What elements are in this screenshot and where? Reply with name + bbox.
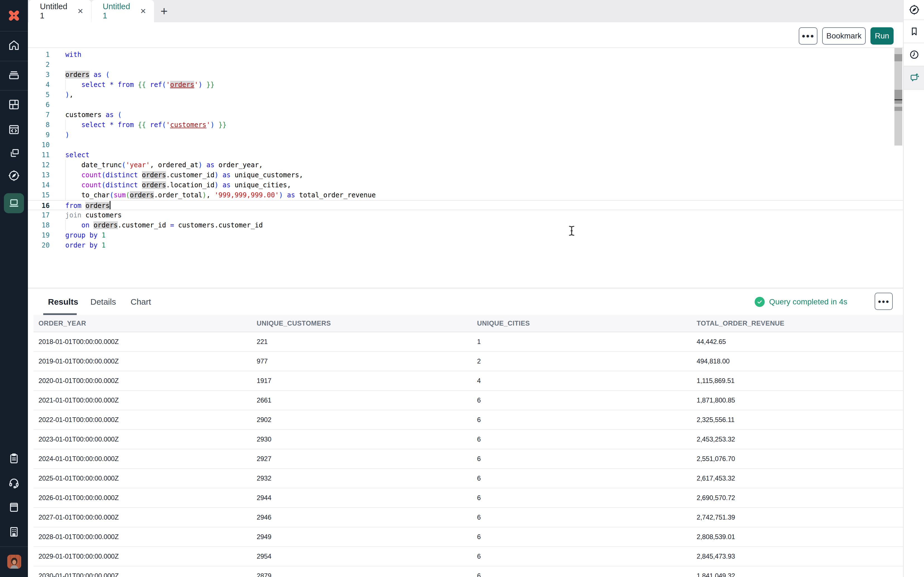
sql-editor[interactable]: 1with23orders as (4 select * from {{ ref…: [28, 48, 903, 288]
table-row[interactable]: 2026-01-01T00:00:00.000Z294462,690,570.7…: [34, 488, 903, 508]
right-sidebar-item-compass[interactable]: [904, 0, 924, 20]
sidebar-item-dashboard-grid[interactable]: [0, 93, 28, 116]
table-cell: 2930: [252, 435, 472, 443]
table-row[interactable]: 2029-01-01T00:00:00.000Z295462,845,473.9…: [34, 547, 903, 566]
mouse-ibeam-cursor: [567, 225, 577, 236]
code-line-8[interactable]: 8 select * from {{ ref('customers') }}: [28, 120, 903, 130]
code-line-16[interactable]: 16from orders: [28, 200, 903, 210]
editor-scrollbar[interactable]: [895, 48, 902, 145]
table-row[interactable]: 2022-01-01T00:00:00.000Z290262,325,556.1…: [34, 410, 903, 430]
code-line-9[interactable]: 9): [28, 130, 903, 140]
table-row[interactable]: 2030-01-01T00:00:00.000Z287961,841,049.3…: [34, 566, 903, 577]
user-avatar[interactable]: [7, 555, 21, 569]
sidebar-item-headset[interactable]: [0, 472, 28, 494]
code-text: customers as (: [65, 110, 892, 120]
table-cell: 2027-01-01T00:00:00.000Z: [34, 513, 252, 521]
line-number: 3: [28, 70, 50, 80]
scrollbar-decoration: [895, 90, 902, 104]
sidebar-item-clipboard[interactable]: [0, 447, 28, 470]
code-line-14[interactable]: 14 count(distinct orders.location_id) as…: [28, 180, 903, 190]
results-tab-bar: Results Details Chart Query completed in…: [28, 288, 903, 315]
table-row[interactable]: 2025-01-01T00:00:00.000Z293262,617,453.3…: [34, 469, 903, 488]
close-icon[interactable]: ✕: [77, 8, 83, 15]
table-row[interactable]: 2024-01-01T00:00:00.000Z292762,551,076.7…: [34, 449, 903, 469]
sidebar-item-home[interactable]: [0, 34, 28, 56]
sidebar-item-windows[interactable]: [0, 142, 28, 164]
bookmark-icon: [908, 26, 920, 37]
code-line-7[interactable]: 7customers as (: [28, 110, 903, 120]
table-cell: 2022-01-01T00:00:00.000Z: [34, 416, 252, 424]
table-cell: 44,442.65: [691, 338, 903, 346]
tab-details[interactable]: Details: [90, 288, 116, 315]
line-number: 7: [28, 110, 50, 120]
code-line-1[interactable]: 1with: [28, 50, 903, 60]
results-more-button[interactable]: ●●●: [875, 293, 893, 310]
tab-chart[interactable]: Chart: [131, 288, 151, 315]
column-header-unique_customers[interactable]: UNIQUE_CUSTOMERS: [252, 319, 472, 327]
table-cell: 2028-01-01T00:00:00.000Z: [34, 533, 252, 541]
right-sidebar-item-bookmark[interactable]: [904, 20, 924, 43]
run-button[interactable]: Run: [871, 27, 893, 45]
table-cell: 2902: [252, 416, 472, 424]
tab-untitled-1-active[interactable]: Untitled 1 ✕: [92, 0, 154, 22]
sidebar-item-terminal[interactable]: [4, 193, 24, 213]
table-row[interactable]: 2028-01-01T00:00:00.000Z294962,808,539.0…: [34, 527, 903, 547]
app-logo[interactable]: [0, 0, 28, 31]
table-cell: 6: [472, 435, 691, 443]
column-header-unique_cities[interactable]: UNIQUE_CITIES: [472, 319, 691, 327]
right-sidebar: [903, 0, 924, 577]
sidebar-item-inbox-tray[interactable]: [0, 64, 28, 86]
table-cell: 6: [472, 474, 691, 482]
code-line-5[interactable]: 5),: [28, 90, 903, 100]
table-row[interactable]: 2021-01-01T00:00:00.000Z266161,871,800.8…: [34, 391, 903, 410]
table-row[interactable]: 2019-01-01T00:00:00.000Z9772494,818.00: [34, 352, 903, 371]
right-sidebar-item-ai-chat[interactable]: [904, 66, 924, 90]
table-cell: 1: [472, 338, 691, 346]
sidebar-item-compass[interactable]: [0, 164, 28, 187]
code-line-17[interactable]: 17join customers: [28, 210, 903, 220]
sidebar-item-code-window[interactable]: [0, 118, 28, 141]
table-cell: 2954: [252, 553, 472, 560]
new-tab-button[interactable]: +: [157, 5, 171, 18]
code-line-20[interactable]: 20order by 1: [28, 240, 903, 250]
sidebar-item-notebook[interactable]: [0, 496, 28, 519]
code-line-4[interactable]: 4 select * from {{ ref('orders') }}: [28, 80, 903, 90]
right-sidebar-item-history-clock[interactable]: [904, 43, 924, 66]
sidebar-item-building[interactable]: [0, 521, 28, 543]
windows-icon: [8, 147, 20, 160]
line-number: 10: [28, 140, 50, 150]
table-row[interactable]: 2027-01-01T00:00:00.000Z294662,742,751.3…: [34, 508, 903, 527]
table-cell: 6: [472, 396, 691, 404]
table-row[interactable]: 2018-01-01T00:00:00.000Z221144,442.65: [34, 332, 903, 352]
table-row[interactable]: 2023-01-01T00:00:00.000Z293062,453,253.3…: [34, 430, 903, 449]
column-header-total_order_revenue[interactable]: TOTAL_ORDER_REVENUE: [691, 319, 903, 327]
bookmark-button[interactable]: Bookmark: [822, 27, 866, 45]
code-text: group by 1: [65, 230, 892, 240]
tab-untitled-1[interactable]: Untitled 1 ✕: [29, 0, 91, 22]
code-line-18[interactable]: 18 on orders.customer_id = customers.cus…: [28, 220, 903, 230]
code-line-2[interactable]: 2: [28, 60, 903, 70]
close-icon[interactable]: ✕: [140, 8, 146, 15]
table-cell: 2932: [252, 474, 472, 482]
text-cursor: [110, 201, 110, 210]
more-options-button[interactable]: ●●●: [799, 27, 817, 45]
code-line-11[interactable]: 11select: [28, 150, 903, 160]
table-cell: 2020-01-01T00:00:00.000Z: [34, 377, 252, 385]
table-cell: 2,845,473.93: [691, 553, 903, 560]
code-line-3[interactable]: 3orders as (: [28, 70, 903, 80]
table-cell: 1,115,869.51: [691, 377, 903, 385]
code-line-13[interactable]: 13 count(distinct orders.customer_id) as…: [28, 170, 903, 180]
tab-results[interactable]: Results: [48, 288, 78, 315]
table-row[interactable]: 2020-01-01T00:00:00.000Z191741,115,869.5…: [34, 371, 903, 391]
code-line-15[interactable]: 15 to_char(sum(orders.order_total), '999…: [28, 190, 903, 200]
column-header-order_year[interactable]: ORDER_YEAR: [34, 319, 252, 327]
code-line-19[interactable]: 19group by 1: [28, 230, 903, 240]
sidebar-divider: [0, 90, 28, 90]
code-line-12[interactable]: 12 date_trunc('year', ordered_at) as ord…: [28, 160, 903, 170]
code-line-6[interactable]: 6: [28, 100, 903, 110]
code-text: select * from {{ ref('customers') }}: [65, 120, 892, 130]
code-text: join customers: [65, 210, 892, 220]
code-text: with: [65, 50, 892, 60]
code-line-10[interactable]: 10: [28, 140, 903, 150]
table-cell: 6: [472, 494, 691, 502]
